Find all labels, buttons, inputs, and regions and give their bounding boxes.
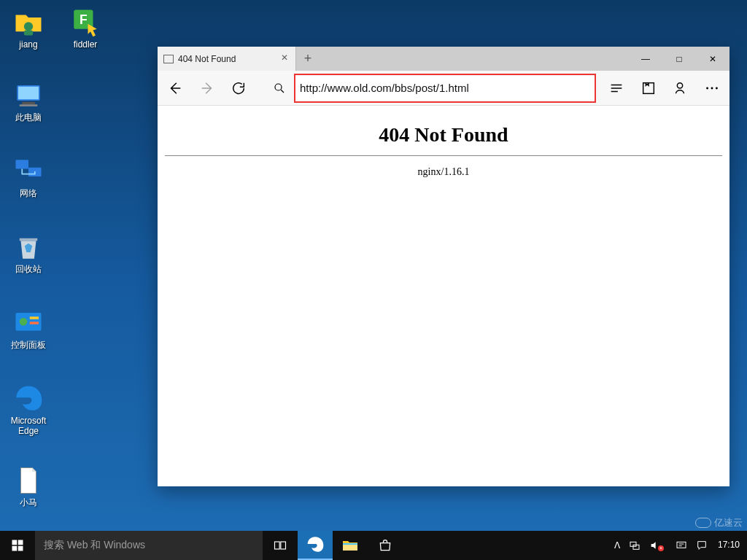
svg-rect-31	[677, 542, 686, 548]
browser-window: 404 Not Found ✕ + — □ ✕	[158, 47, 729, 486]
tab-close-button[interactable]: ✕	[279, 53, 290, 63]
svg-rect-25	[275, 542, 280, 549]
watermark-text: 亿速云	[714, 516, 743, 529]
desktop-icon-label: 回收站	[15, 264, 42, 274]
svg-rect-1	[24, 31, 33, 36]
svg-point-20	[716, 87, 718, 89]
svg-rect-5	[20, 104, 38, 106]
search-placeholder: 搜索 Web 和 Windows	[44, 539, 145, 552]
desktop-icon-label: 此电脑	[15, 112, 42, 122]
back-button[interactable]	[160, 74, 190, 103]
svg-point-18	[706, 87, 708, 89]
desktop-icon-label: fiddler	[74, 39, 98, 50]
address-bar-wrap	[294, 76, 596, 101]
desktop-icon-network[interactable]: 网络	[0, 156, 57, 198]
svg-rect-21	[12, 540, 18, 545]
fiddler-icon: F	[70, 7, 101, 38]
svg-rect-4	[22, 102, 35, 105]
watermark: 亿速云	[695, 516, 743, 529]
notes-button[interactable]	[634, 74, 663, 103]
taskbar-clock[interactable]: 17:10	[712, 540, 746, 550]
svg-rect-11	[30, 316, 39, 319]
taskbar-search[interactable]: 搜索 Web 和 Windows	[35, 531, 263, 560]
taskbar-app-edge[interactable]	[298, 531, 333, 560]
desktop-icon-label: Microsoft Edge	[11, 416, 47, 437]
system-tray: ᐱ × 17:10	[610, 531, 747, 560]
svg-rect-28	[343, 543, 357, 545]
control-panel-icon	[13, 308, 44, 338]
toolbar	[158, 71, 729, 106]
close-button[interactable]: ✕	[696, 47, 729, 71]
share-button[interactable]	[665, 74, 694, 103]
tray-network-icon[interactable]	[624, 531, 645, 560]
desktop-icon-edge[interactable]: Microsoft Edge	[0, 384, 57, 437]
svg-rect-12	[30, 322, 39, 324]
task-view-button[interactable]	[263, 531, 298, 560]
refresh-button[interactable]	[225, 74, 254, 103]
tray-ime-icon[interactable]	[671, 531, 692, 560]
address-bar[interactable]	[300, 82, 590, 94]
divider	[165, 155, 722, 156]
maximize-button[interactable]: □	[662, 47, 696, 71]
page-content: 404 Not Found nginx/1.16.1	[158, 106, 729, 178]
network-icon	[13, 156, 44, 187]
cloud-icon	[695, 518, 711, 528]
page-icon	[163, 55, 174, 63]
address-bar-highlight	[294, 74, 596, 103]
desktop-icon-label: 小马	[20, 497, 37, 508]
svg-rect-3	[18, 87, 39, 100]
pc-icon	[13, 80, 44, 111]
edge-icon	[13, 384, 44, 414]
desktop-icon-label: jiang	[19, 39, 37, 50]
window-controls: — □ ✕	[629, 47, 729, 71]
taskbar: 搜索 Web 和 Windows ᐱ × 17:10	[0, 531, 747, 560]
file-icon	[13, 465, 44, 496]
start-button[interactable]	[0, 531, 35, 560]
user-folder-icon	[13, 7, 44, 38]
minimize-button[interactable]: —	[629, 47, 662, 71]
taskbar-app-explorer[interactable]	[333, 531, 368, 560]
svg-point-17	[678, 82, 683, 88]
taskbar-app-store[interactable]	[368, 531, 403, 560]
svg-point-0	[24, 22, 33, 31]
new-tab-button[interactable]: +	[296, 47, 320, 71]
svg-point-15	[275, 84, 282, 90]
recycle-icon	[13, 232, 44, 262]
tray-volume-icon[interactable]: ×	[645, 531, 671, 560]
tab-title: 404 Not Found	[178, 54, 236, 64]
desktop-icon-control-panel[interactable]: 控制面板	[0, 308, 57, 350]
server-line: nginx/1.16.1	[158, 166, 729, 178]
clock-time: 17:10	[718, 540, 740, 550]
svg-rect-6	[16, 160, 29, 168]
desktop-icon-jiang[interactable]: jiang	[0, 7, 57, 50]
svg-rect-24	[18, 546, 23, 551]
tray-chevron[interactable]: ᐱ	[610, 531, 624, 560]
desktop-icon-this-pc[interactable]: 此电脑	[0, 80, 57, 122]
tab-bar: 404 Not Found ✕ + — □ ✕	[158, 47, 729, 71]
svg-point-19	[711, 87, 713, 89]
desktop-icon-recycle[interactable]: 回收站	[0, 232, 57, 274]
desktop-icon-label: 控制面板	[11, 340, 46, 350]
svg-rect-26	[281, 542, 286, 549]
error-heading: 404 Not Found	[158, 123, 729, 147]
svg-point-10	[20, 318, 28, 326]
desktop-icon-file[interactable]: 小马	[0, 465, 57, 508]
svg-rect-22	[18, 540, 23, 545]
tray-notifications-icon[interactable]	[692, 531, 712, 560]
search-button[interactable]	[268, 76, 291, 101]
browser-tab[interactable]: 404 Not Found ✕	[158, 47, 296, 71]
desktop-icon-fiddler[interactable]: F fiddler	[57, 7, 114, 50]
svg-text:F: F	[80, 12, 88, 27]
more-button[interactable]	[697, 74, 727, 103]
reading-list-button[interactable]	[602, 74, 631, 103]
forward-button[interactable]	[193, 74, 222, 103]
svg-rect-8	[20, 238, 38, 241]
desktop-icon-label: 网络	[20, 188, 37, 198]
svg-rect-23	[12, 546, 18, 551]
